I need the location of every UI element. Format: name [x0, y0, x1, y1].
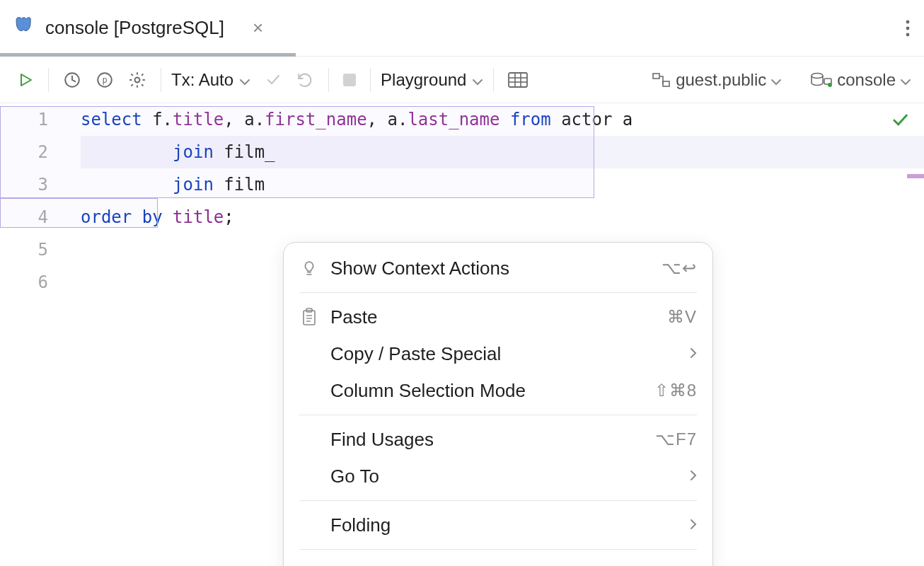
menu-separator — [299, 415, 697, 415]
toolbar: p Tx: Auto Playground guest.public — [0, 57, 924, 103]
menu-item-label: Column Selection Mode — [330, 380, 643, 402]
svg-point-2 — [906, 33, 910, 36]
history-icon[interactable] — [59, 68, 86, 92]
toolbar-divider — [328, 68, 329, 92]
tab-title: console [PostgreSQL] — [45, 17, 224, 39]
schema-icon — [652, 72, 671, 88]
code-line[interactable]: order by title; — [81, 201, 924, 233]
menu-item-folding[interactable]: Folding — [284, 507, 712, 543]
tab-bar: console [PostgreSQL] × — [0, 0, 924, 57]
clipboard-icon — [299, 308, 319, 326]
settings-icon[interactable] — [124, 68, 151, 92]
menu-shortcut: ⌘V — [667, 307, 697, 327]
menu-item-column-selection-mode[interactable]: Column Selection Mode⇧⌘8 — [284, 372, 712, 409]
svg-point-14 — [812, 73, 823, 78]
toolbar-divider — [493, 68, 494, 92]
svg-point-0 — [906, 20, 910, 23]
tab-underline — [0, 53, 296, 57]
menu-item-label: Find Usages — [330, 429, 644, 451]
menu-item-copy-paste-special[interactable]: Copy / Paste Special — [284, 335, 712, 372]
session-icon — [810, 72, 833, 88]
menu-item-label: Go To — [330, 466, 678, 487]
code-line[interactable]: select f.title, a.first_name, a.last_nam… — [81, 103, 924, 136]
menu-separator — [299, 500, 697, 501]
menu-item-go-to[interactable]: Go To — [284, 458, 712, 495]
line-number: 6 — [0, 266, 74, 299]
menu-item-label: Show Context Actions — [330, 258, 650, 279]
menu-item-label: Save as Live Template... — [330, 563, 697, 567]
line-number: 5 — [0, 233, 74, 266]
chevron-right-icon — [690, 346, 697, 362]
svg-rect-17 — [304, 311, 315, 325]
menu-item-label: Folding — [330, 514, 678, 536]
commit-icon[interactable] — [260, 69, 286, 91]
tx-mode-label: Tx: Auto — [171, 70, 233, 90]
svg-rect-12 — [653, 74, 659, 79]
menu-item-find-usages[interactable]: Find Usages⌥F7 — [284, 421, 712, 458]
editor-tab[interactable]: console [PostgreSQL] × — [14, 15, 263, 41]
close-tab-icon[interactable]: × — [253, 17, 263, 39]
menu-item-paste[interactable]: Paste⌘V — [284, 299, 712, 335]
toolbar-divider — [161, 68, 161, 92]
plan-icon[interactable]: p — [91, 68, 118, 92]
table-view-icon[interactable] — [504, 69, 532, 91]
code-editor[interactable]: 123456 select f.title, a.first_name, a.l… — [0, 103, 924, 566]
toolbar-divider — [370, 68, 371, 92]
schema-dropdown[interactable]: guest.public — [652, 70, 782, 90]
svg-point-6 — [135, 77, 140, 82]
inspection-ok-icon[interactable] — [890, 110, 910, 133]
chevron-down-icon — [472, 70, 483, 90]
tab-more-icon[interactable] — [906, 19, 910, 37]
gutter: 123456 — [0, 103, 74, 566]
menu-shortcut: ⌥↩ — [662, 258, 697, 278]
line-number: 4 — [0, 201, 74, 233]
menu-separator — [299, 292, 697, 293]
chevron-down-icon — [900, 70, 911, 90]
toolbar-divider — [48, 68, 49, 92]
line-number: 3 — [0, 168, 74, 201]
mode-dropdown[interactable]: Playground — [381, 70, 483, 90]
menu-shortcut: ⌥F7 — [655, 429, 697, 449]
menu-separator — [299, 549, 697, 550]
menu-item-save-as-live-template: Save as Live Template... — [284, 555, 712, 566]
svg-point-1 — [906, 26, 910, 30]
chevron-right-icon — [690, 517, 697, 533]
tx-mode-dropdown[interactable]: Tx: Auto — [171, 70, 250, 90]
postgres-icon — [14, 15, 35, 41]
code-line[interactable]: join film — [81, 168, 924, 201]
stop-button[interactable] — [339, 71, 360, 89]
svg-text:p: p — [102, 75, 107, 85]
session-label: console — [837, 70, 896, 90]
chevron-right-icon — [690, 468, 697, 485]
lightbulb-icon — [299, 260, 319, 277]
chevron-down-icon — [239, 70, 250, 90]
right-stripe-marker[interactable] — [907, 174, 924, 178]
menu-item-label: Copy / Paste Special — [330, 343, 678, 365]
run-button[interactable] — [13, 69, 38, 91]
chevron-down-icon — [770, 70, 782, 90]
session-dropdown[interactable]: console — [810, 70, 911, 90]
schema-label: guest.public — [676, 70, 766, 90]
rollback-icon[interactable] — [291, 68, 318, 92]
line-number: 2 — [0, 136, 74, 168]
menu-shortcut: ⇧⌘8 — [654, 381, 697, 400]
svg-rect-13 — [663, 81, 669, 86]
code-line[interactable]: join film_ — [81, 136, 924, 168]
svg-rect-7 — [509, 73, 527, 87]
editor-context-menu: Show Context Actions⌥↩Paste⌘VCopy / Past… — [283, 242, 713, 566]
menu-item-label: Paste — [330, 306, 656, 328]
svg-point-16 — [828, 83, 832, 87]
menu-item-show-context-actions[interactable]: Show Context Actions⌥↩ — [284, 250, 712, 287]
line-number: 1 — [0, 103, 74, 136]
mode-label: Playground — [381, 70, 466, 90]
